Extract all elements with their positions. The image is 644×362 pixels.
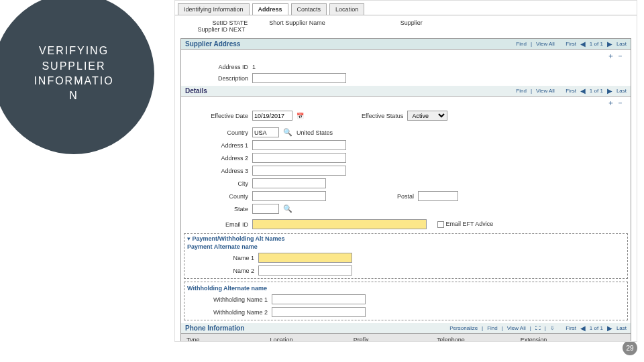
- sa-last-link[interactable]: Last: [616, 41, 627, 47]
- country-name: United States: [297, 129, 333, 136]
- calendar-icon[interactable]: 📅: [297, 113, 304, 119]
- phone-title: Phone Information: [185, 324, 244, 332]
- email-label: Email ID: [188, 221, 248, 228]
- email-eft-checkbox[interactable]: [437, 221, 444, 228]
- add-row-icon[interactable]: ＋: [607, 99, 614, 107]
- d-find-link[interactable]: Find: [516, 88, 527, 94]
- supplier-address-nav: Find | View All First ◀ 1 of 1 ▶ Last: [516, 40, 627, 48]
- remove-row-icon[interactable]: －: [616, 52, 624, 60]
- d-first-link[interactable]: First: [566, 88, 576, 94]
- chevron-left-icon[interactable]: ◀: [580, 87, 586, 95]
- supplierid-label: Supplier ID: [183, 26, 227, 33]
- email-eft-label: Email EFT Advice: [446, 221, 494, 227]
- slide-title-line4: N: [34, 88, 113, 103]
- p-last-link[interactable]: Last: [616, 325, 627, 331]
- lookup-icon[interactable]: 🔍: [283, 128, 292, 137]
- sa-add-remove: ＋ －: [181, 50, 631, 62]
- supplierid-value: NEXT: [229, 26, 246, 33]
- state-input[interactable]: [252, 204, 279, 214]
- sa-first-link[interactable]: First: [566, 41, 576, 47]
- p-viewall-link[interactable]: View All: [507, 325, 526, 331]
- col-prefix: Prefix: [351, 335, 434, 342]
- withholding-alt-section: Withholding Alternate name Withholding N…: [184, 282, 628, 320]
- slide-title-line3: INFORMATIO: [34, 74, 113, 88]
- chevron-right-icon[interactable]: ▶: [607, 324, 612, 332]
- chevron-right-icon[interactable]: ▶: [607, 40, 612, 48]
- download-icon[interactable]: ⇩: [550, 325, 555, 331]
- address2-label: Address 2: [188, 155, 248, 162]
- supplier-address-section: Supplier Address Find | View All First ◀…: [180, 38, 631, 342]
- name2-input[interactable]: [258, 265, 352, 276]
- city-label: City: [188, 180, 248, 187]
- wname1-label: Withholding Name 1: [194, 296, 268, 303]
- details-title: Details: [185, 87, 207, 95]
- zoom-icon[interactable]: ⛶: [535, 325, 541, 331]
- address3-label: Address 3: [188, 168, 248, 174]
- sa-count: 1 of 1: [590, 41, 603, 47]
- name1-input[interactable]: [258, 253, 352, 263]
- effstatus-select[interactable]: Active: [407, 111, 447, 121]
- address2-input[interactable]: [252, 153, 346, 163]
- description-label: Description: [188, 75, 248, 82]
- chevron-left-icon[interactable]: ◀: [580, 40, 586, 48]
- address-id-label: Address ID: [188, 64, 248, 70]
- p-personalize-link[interactable]: Personalize: [449, 325, 478, 331]
- tab-location[interactable]: Location: [329, 3, 364, 15]
- country-input[interactable]: [252, 127, 279, 137]
- name2-label: Name 2: [194, 267, 254, 274]
- slide-title: VERIFYING SUPPLIER INFORMATIO N: [34, 44, 113, 104]
- slide-number: 29: [623, 341, 637, 355]
- col-extension: Extension: [518, 335, 601, 342]
- phone-nav: Personalize | Find | View All | ⛶ | ⇩ Fi…: [449, 324, 627, 332]
- county-input[interactable]: [252, 191, 326, 201]
- tab-identifying[interactable]: Identifying Information: [178, 3, 250, 15]
- chevron-right-icon[interactable]: ▶: [607, 87, 612, 95]
- remove-row-icon[interactable]: －: [616, 99, 624, 107]
- wname2-input[interactable]: [272, 307, 366, 317]
- description-input[interactable]: [252, 73, 346, 83]
- slide-title-line1: VERIFYING: [34, 44, 113, 58]
- effstatus-label: Effective Status: [362, 113, 403, 119]
- top-identity-row: SetID STATE Supplier ID NEXT Short Suppl…: [175, 15, 637, 37]
- withholding-alt-title: Withholding Alternate name: [187, 284, 625, 293]
- slide-title-circle: VERIFYING SUPPLIER INFORMATIO N: [0, 0, 154, 154]
- tab-contacts[interactable]: Contacts: [291, 3, 327, 15]
- effdate-label: Effective Date: [188, 113, 248, 119]
- d-count: 1 of 1: [590, 88, 603, 94]
- p-first-link[interactable]: First: [566, 325, 576, 331]
- wname1-input[interactable]: [272, 294, 366, 304]
- state-label: State: [188, 206, 248, 213]
- postal-input[interactable]: [418, 191, 458, 201]
- col-location: Location: [267, 335, 350, 342]
- collapse-icon[interactable]: ▾: [187, 235, 191, 242]
- effdate-input[interactable]: [252, 111, 292, 121]
- app-frame: Identifying Information Address Contacts…: [174, 0, 637, 342]
- supplier-address-title: Supplier Address: [185, 40, 240, 48]
- country-label: Country: [188, 129, 248, 136]
- tab-address[interactable]: Address: [252, 3, 288, 15]
- email-input[interactable]: [252, 219, 427, 229]
- alt-names-section: ▾ Payment/Withholding Alt Names Payment …: [184, 233, 628, 279]
- phone-table-header: Type Location Prefix Telephone Extension: [181, 334, 631, 342]
- name1-label: Name 1: [194, 255, 254, 261]
- d-last-link[interactable]: Last: [616, 88, 627, 94]
- d-viewall-link[interactable]: View All: [536, 88, 555, 94]
- short-supplier-label: Short Supplier Name: [269, 19, 325, 26]
- setid-value: STATE: [229, 19, 248, 26]
- address1-input[interactable]: [252, 140, 346, 150]
- sa-find-link[interactable]: Find: [516, 41, 527, 47]
- city-input[interactable]: [252, 178, 326, 188]
- chevron-left-icon[interactable]: ◀: [580, 324, 586, 332]
- col-telephone: Telephone: [434, 335, 517, 342]
- tabs: Identifying Information Address Contacts…: [175, 1, 637, 15]
- address3-input[interactable]: [252, 166, 346, 176]
- address1-label: Address 1: [188, 142, 248, 149]
- p-find-link[interactable]: Find: [487, 325, 498, 331]
- county-label: County: [188, 193, 248, 200]
- p-count: 1 of 1: [590, 325, 603, 331]
- slide-title-line2: SUPPLIER: [34, 59, 113, 74]
- sa-viewall-link[interactable]: View All: [536, 41, 555, 47]
- address-id-value: 1: [252, 64, 256, 70]
- add-row-icon[interactable]: ＋: [607, 52, 614, 60]
- lookup-icon[interactable]: 🔍: [283, 204, 292, 213]
